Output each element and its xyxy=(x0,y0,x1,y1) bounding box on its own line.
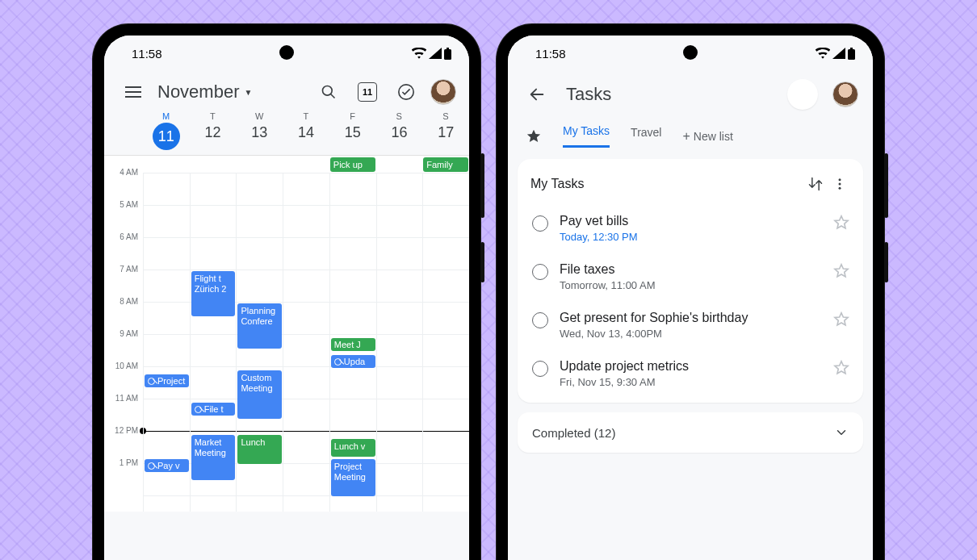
task-row[interactable]: Get present for Sophie's birthday Wed, N… xyxy=(530,301,852,349)
wifi-icon xyxy=(816,48,830,59)
check-circle-icon xyxy=(397,83,415,101)
event[interactable]: Custom Meeting xyxy=(237,370,282,419)
task-checkbox[interactable] xyxy=(532,215,548,232)
svg-point-7 xyxy=(839,178,841,181)
search-button[interactable] xyxy=(314,77,343,107)
hour-label: 7 AM xyxy=(104,265,143,297)
task-star[interactable] xyxy=(832,311,850,328)
task-subtitle: Wed, Nov 13, 4:00PM xyxy=(560,328,821,340)
hour-label: 10 AM xyxy=(104,361,143,394)
list-title: My Tasks xyxy=(530,177,584,191)
svg-rect-5 xyxy=(848,49,855,60)
task-checkbox[interactable] xyxy=(532,264,548,280)
account-switcher[interactable] xyxy=(787,79,818,110)
task-star[interactable] xyxy=(832,214,850,232)
signal-icon xyxy=(832,48,845,59)
star-outline-icon xyxy=(832,311,850,328)
event[interactable]: Market Meeting xyxy=(191,435,236,480)
hour-label: 5 AM xyxy=(104,200,143,232)
svg-rect-6 xyxy=(850,48,853,49)
svg-line-3 xyxy=(331,94,335,98)
allday-row: Pick up Family xyxy=(104,155,469,173)
avatar[interactable] xyxy=(832,81,858,107)
tab-starred[interactable] xyxy=(526,128,542,144)
chevron-down-icon xyxy=(834,425,849,440)
tasks-button[interactable] xyxy=(392,77,421,107)
sort-button[interactable] xyxy=(803,172,828,196)
month-picker[interactable]: November ▼ xyxy=(157,81,252,102)
side-button xyxy=(480,242,484,282)
new-list-button[interactable]: + New list xyxy=(682,129,732,144)
task-chip[interactable]: Pay v xyxy=(145,459,189,472)
day-thu[interactable]: T14 xyxy=(283,111,329,150)
lists-tabbar: My Tasks Travel + New list xyxy=(508,115,873,148)
svg-rect-1 xyxy=(447,48,449,49)
completed-toggle[interactable]: Completed (12) xyxy=(518,412,863,453)
side-button xyxy=(884,153,888,218)
svg-rect-0 xyxy=(444,49,451,60)
task-checkbox[interactable] xyxy=(532,361,548,377)
task-title: File taxes xyxy=(560,262,821,277)
event[interactable]: Flight t Zürich 2 xyxy=(191,271,236,316)
camera-hole xyxy=(279,45,294,60)
more-vert-icon xyxy=(832,177,847,191)
event[interactable]: Project Meeting xyxy=(331,459,375,496)
hour-label: 4 AM xyxy=(104,168,143,200)
today-button[interactable]: 11 xyxy=(353,77,382,107)
task-row[interactable]: Update project metrics Fri, Nov 15, 9:30… xyxy=(530,349,852,398)
task-row[interactable]: Pay vet bills Today, 12:30 PM xyxy=(530,204,852,253)
avatar[interactable] xyxy=(430,79,456,105)
search-icon xyxy=(321,84,337,100)
hour-label: 8 AM xyxy=(104,297,143,329)
task-checkbox[interactable] xyxy=(532,312,548,328)
task-chip[interactable]: Project xyxy=(145,374,189,387)
week-row: M11 T12 W13 T14 F15 S16 S17 xyxy=(104,111,469,155)
hour-label: 6 AM xyxy=(104,232,143,265)
task-subtitle: Today, 12:30 PM xyxy=(560,231,821,243)
day-fri[interactable]: F15 xyxy=(329,111,376,150)
star-outline-icon xyxy=(832,262,850,280)
day-mon[interactable]: M11 xyxy=(143,111,190,150)
task-chip[interactable]: File t xyxy=(191,403,236,416)
task-star[interactable] xyxy=(832,262,850,280)
battery-icon xyxy=(848,48,855,60)
day-wed[interactable]: W13 xyxy=(236,111,283,150)
event[interactable]: Lunch xyxy=(237,435,282,464)
time-grid[interactable]: 4 AM 5 AM 6 AM 7 AM 8 AM 9 AM 10 AM 11 A… xyxy=(104,173,469,512)
task-subtitle: Tomorrow, 11:00 AM xyxy=(560,279,821,291)
tab-travel[interactable]: Travel xyxy=(631,126,661,147)
task-title: Pay vet bills xyxy=(560,214,821,228)
hour-label: 9 AM xyxy=(104,329,143,361)
star-outline-icon xyxy=(832,359,850,377)
today-number: 11 xyxy=(363,87,372,97)
arrow-left-icon xyxy=(528,86,546,103)
star-outline-icon xyxy=(832,214,850,232)
day-tue[interactable]: T12 xyxy=(190,111,237,150)
camera-hole xyxy=(683,45,698,60)
back-button[interactable] xyxy=(522,80,551,109)
completed-label: Completed (12) xyxy=(532,426,615,440)
day-sat[interactable]: S16 xyxy=(376,111,423,150)
wifi-icon xyxy=(412,48,426,59)
task-row[interactable]: File taxes Tomorrow, 11:00 AM xyxy=(530,253,852,301)
svg-point-2 xyxy=(323,86,333,96)
tab-my-tasks[interactable]: My Tasks xyxy=(563,124,610,148)
side-button xyxy=(884,242,888,282)
event[interactable]: Lunch v xyxy=(331,439,375,457)
day-sun[interactable]: S17 xyxy=(422,111,469,150)
tasks-card: My Tasks Pay vet bills Today, 12:30 PM xyxy=(518,159,863,403)
month-label: November xyxy=(157,81,239,102)
allday-event[interactable]: Pick up xyxy=(330,157,375,172)
plus-icon: + xyxy=(682,129,690,144)
event[interactable]: Planning Confere xyxy=(237,303,282,349)
event-chip[interactable]: Meet J xyxy=(331,338,375,351)
status-time: 11:58 xyxy=(535,47,566,61)
allday-event[interactable]: Family xyxy=(423,157,468,172)
battery-icon xyxy=(444,48,451,60)
menu-button[interactable] xyxy=(119,77,148,107)
more-button[interactable] xyxy=(828,172,852,196)
task-star[interactable] xyxy=(832,359,850,377)
chevron-down-icon: ▼ xyxy=(244,88,252,97)
task-chip[interactable]: Upda xyxy=(331,355,375,368)
hour-label: 11 AM xyxy=(104,394,143,426)
